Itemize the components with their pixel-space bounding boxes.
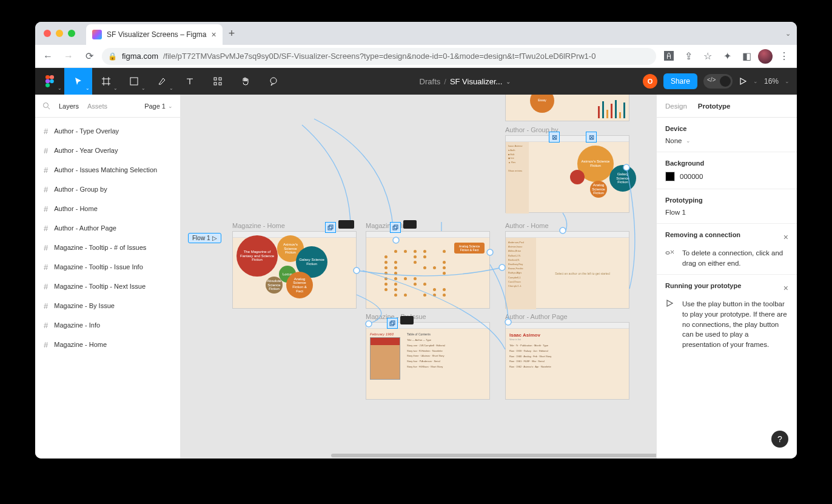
figma-menu-button[interactable]: ⌄	[35, 68, 64, 95]
layer-item[interactable]: #Magazine - Home	[35, 335, 180, 354]
window-controls[interactable]	[44, 30, 75, 37]
url-input[interactable]: 🔒 figma.com/file/pT72TMVasPvMJe7sq9sy0D/…	[102, 48, 656, 65]
layer-item[interactable]: #Author - Issues Matching Selection	[35, 160, 180, 180]
flow-starting-point[interactable]: Flow 1 ▷	[188, 233, 221, 243]
frame-label[interactable]: Magazine - Home	[232, 222, 285, 229]
layer-item[interactable]: #Author - Home	[35, 199, 180, 218]
breadcrumb[interactable]: Drafts / SF Visualizer... ⌄	[287, 77, 643, 86]
maximize-window-icon[interactable]	[68, 30, 75, 37]
layer-item[interactable]: #Author - Author Page	[35, 218, 180, 238]
forward-button[interactable]: →	[61, 49, 76, 64]
frame-author-home[interactable]: Anderson,PoulAsimov,IsaacAldiss,BrianBal…	[505, 231, 629, 309]
layer-item[interactable]: #Magazine - Tooltip - Next Issue	[35, 277, 180, 296]
chevron-down-icon[interactable]: ⌄	[785, 78, 790, 84]
frame-magazine-home[interactable]: The Magazine of Fantasy and Science Fict…	[232, 231, 357, 309]
frame-author-groupby[interactable]: Isaac Asimov● Auth■ Edit◆ Intr▲ RevShow …	[505, 135, 629, 213]
frame-icon: #	[44, 146, 48, 155]
frame-magazine-by-issue[interactable]: February 1960 Table of Contents Title — …	[366, 322, 490, 400]
svg-rect-9	[130, 78, 138, 85]
layer-item[interactable]: #Magazine - Tooltip - # of Issues	[35, 238, 180, 257]
resources-tool[interactable]	[204, 68, 232, 95]
chart-bubble: The Magazine of Fantasy and Science Fict…	[237, 235, 278, 277]
hand-tool[interactable]	[232, 68, 260, 95]
prototyping-heading: Prototyping	[665, 197, 788, 204]
breadcrumb-title[interactable]: SF Visualizer...	[450, 77, 502, 86]
browser-tab[interactable]: SF Visualizer Screens – Figma ×	[86, 24, 223, 45]
svg-point-20	[499, 264, 505, 270]
layer-item[interactable]: #Author - Year Overlay	[35, 141, 180, 160]
back-button[interactable]: ←	[40, 49, 56, 64]
sidepanel-icon[interactable]: ◧	[739, 49, 754, 64]
chevron-down-icon[interactable]: ⌄	[753, 78, 758, 84]
close-overlay-icon[interactable]: ⊠	[549, 132, 560, 143]
svg-rect-28	[329, 225, 333, 229]
dismiss-hint-icon[interactable]: ×	[783, 232, 788, 242]
zoom-level[interactable]: 16%	[764, 77, 779, 86]
help-button[interactable]: ?	[771, 431, 788, 448]
frame-author-page[interactable]: Isaac Asimov View in list Title · Yr · P…	[505, 322, 629, 400]
minimize-window-icon[interactable]	[56, 30, 63, 37]
prototype-tab[interactable]: Prototype	[698, 102, 731, 110]
share-page-icon[interactable]: ⇪	[680, 49, 696, 64]
translate-icon[interactable]: 🅰	[661, 49, 677, 64]
share-button[interactable]: Share	[663, 73, 697, 89]
tooltip-chip	[338, 220, 354, 229]
background-color-input[interactable]: 000000	[665, 172, 788, 181]
layer-item[interactable]: #Author - Group by	[35, 180, 180, 199]
hint-title: Running your prototype	[665, 282, 741, 289]
profile-avatar[interactable]	[758, 49, 773, 64]
layer-item[interactable]: #Magazine - Tooltip - Issue Info	[35, 257, 180, 277]
comment-tool[interactable]	[260, 68, 287, 95]
close-tab-icon[interactable]: ×	[212, 30, 216, 39]
frame-partial-top[interactable]: Essay	[505, 95, 629, 121]
layer-item[interactable]: #Author - Type Overlay	[35, 121, 180, 141]
frame-icon: #	[44, 321, 48, 330]
tabstrip-caret-icon[interactable]: ⌄	[785, 30, 791, 38]
close-window-icon[interactable]	[44, 30, 51, 37]
layers-tab[interactable]: Layers	[59, 102, 79, 110]
design-tab[interactable]: Design	[665, 102, 687, 110]
close-overlay-icon[interactable]: ⊠	[586, 132, 597, 143]
lock-icon: 🔒	[108, 52, 117, 61]
frame-tool[interactable]: ⌄	[92, 68, 120, 95]
breadcrumb-root[interactable]: Drafts	[420, 77, 441, 86]
left-panel: Layers Assets Page 1 ⌄ #Author - Type Ov…	[35, 95, 181, 459]
canvas[interactable]: Flow 1 ▷ Magazine - Home Magazine - Info…	[181, 95, 656, 459]
play-icon	[665, 299, 676, 349]
chart-bubble: Analog Science Fiction & Fact	[286, 272, 313, 298]
search-icon[interactable]	[42, 102, 50, 110]
text-tool[interactable]	[176, 68, 204, 95]
svg-rect-32	[391, 321, 395, 324]
pen-tool[interactable]: ⌄	[148, 68, 176, 95]
extensions-icon[interactable]: ✦	[719, 49, 735, 64]
figma-toolbar: ⌄ ⌄ ⌄ ⌄ ⌄	[35, 68, 797, 95]
color-swatch[interactable]	[665, 172, 675, 181]
reload-button[interactable]: ⟳	[81, 49, 97, 64]
layer-item[interactable]: #Magazine - Info	[35, 315, 180, 335]
user-badge[interactable]: O	[643, 74, 657, 89]
shape-tool[interactable]: ⌄	[120, 68, 148, 95]
browser-menu-icon[interactable]: ⋮	[776, 49, 792, 64]
frame-icon: #	[44, 282, 48, 291]
frame-label[interactable]: Author - Author Page	[505, 313, 568, 320]
open-overlay-icon[interactable]	[390, 222, 401, 233]
new-tab-button[interactable]: +	[229, 27, 235, 40]
svg-rect-30	[394, 225, 398, 229]
dismiss-hint-icon[interactable]: ×	[783, 283, 788, 293]
flow-name[interactable]: Flow 1	[665, 209, 788, 216]
frame-label[interactable]: Author - Home	[505, 222, 549, 229]
bookmark-icon[interactable]: ☆	[700, 49, 716, 64]
page-dropdown[interactable]: Page 1 ⌄	[144, 102, 173, 110]
present-button[interactable]	[739, 77, 747, 86]
devmode-toggle[interactable]	[703, 74, 733, 89]
open-overlay-icon[interactable]	[387, 318, 398, 329]
layer-item[interactable]: #Magazine - By Issue	[35, 296, 180, 315]
assets-tab[interactable]: Assets	[87, 102, 107, 110]
canvas-horizontal-scrollbar[interactable]	[328, 452, 656, 459]
move-tool[interactable]: ⌄	[64, 68, 92, 95]
frame-magazine-info[interactable]: Analog Science Fiction & Fact	[366, 231, 490, 309]
open-overlay-icon[interactable]	[325, 222, 336, 233]
device-dropdown[interactable]: None ⌄	[665, 137, 788, 144]
frame-icon: #	[44, 243, 48, 252]
chevron-down-icon[interactable]: ⌄	[506, 78, 511, 85]
